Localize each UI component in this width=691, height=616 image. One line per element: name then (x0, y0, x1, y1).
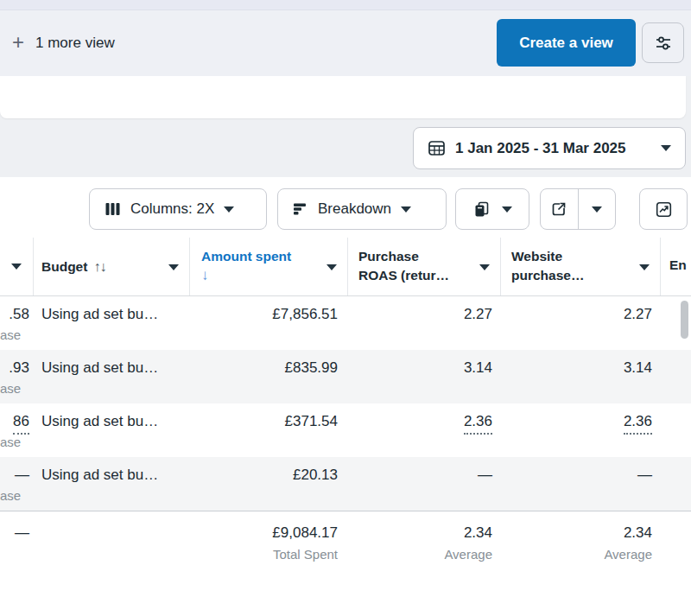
export-button[interactable] (541, 189, 578, 229)
cell-value: 2.34 (464, 523, 492, 543)
view-settings-button[interactable] (642, 22, 684, 63)
chevron-down-icon (224, 206, 234, 213)
date-range-button[interactable]: 1 Jan 2025 - 31 Mar 2025 (413, 127, 686, 169)
chevron-down-icon[interactable] (326, 264, 337, 270)
column-header-purchase-roas[interactable]: Purchase ROAS (retur… (348, 238, 501, 295)
calendar-icon (428, 139, 446, 157)
budget-cell: Using ad set bu… (34, 296, 190, 350)
amount-spent-header-label: Amount spent (201, 247, 347, 266)
sort-desc-icon: ↓ (201, 266, 347, 285)
export-icon (550, 200, 567, 218)
cell-subtext: ase (0, 488, 21, 503)
cell-subtext: Average (604, 546, 652, 563)
chevron-down-icon (11, 264, 22, 270)
chevron-down-icon[interactable] (168, 264, 179, 270)
column-header-ends[interactable]: En (661, 238, 691, 295)
more-views-label: 1 more view (35, 35, 115, 52)
chevron-down-icon[interactable] (479, 264, 490, 270)
export-split-button[interactable] (540, 188, 616, 230)
cell-value: — (478, 465, 492, 486)
cost-per-purchase-cell: .93 ase (0, 350, 34, 403)
toolbar-card (0, 76, 686, 118)
budget-header-label: Budget (41, 259, 87, 275)
cell-value: £9,084.17 (272, 523, 338, 543)
table-header-row: Budget ↑↓ Amount spent ↓ Purchase ROAS (… (0, 238, 691, 296)
website-purchase-header-line1: Website (511, 247, 634, 266)
table-row[interactable]: — ase Using ad set bu… £20.13 — — (0, 457, 691, 511)
breakdown-label: Breakdown (318, 200, 391, 218)
budget-cell: Using ad set bu… (34, 350, 190, 403)
cell-subtext: ase (0, 435, 21, 449)
plus-icon: + (12, 32, 24, 53)
purchase-roas-cell: 2.27 (348, 296, 501, 350)
sort-both-icon: ↑↓ (93, 259, 105, 275)
column-header-website-purchase[interactable]: Website purchase… (501, 238, 661, 295)
cell-value: .58 (9, 304, 29, 325)
table-panel: Columns: 2X Breakdown (0, 177, 691, 616)
cell-value[interactable]: 2.36 (624, 411, 652, 435)
website-purchase-cell: 3.14 (501, 350, 661, 403)
cell-value: 2.27 (464, 304, 492, 325)
breakdown-button[interactable]: Breakdown (277, 188, 447, 230)
cell-value: £7,856.51 (272, 304, 338, 325)
breakdown-icon (292, 201, 308, 217)
purchase-roas-header-line2: ROAS (retur… (358, 266, 474, 285)
top-strip (0, 0, 691, 10)
chevron-down-icon (661, 145, 671, 151)
cell-value[interactable]: 86 (13, 411, 29, 435)
cell-subtext: ase (0, 327, 21, 342)
amount-spent-cell: £371.54 (190, 403, 348, 457)
cell-value: — (15, 523, 29, 543)
ends-cell (661, 403, 691, 457)
purchase-roas-cell: 2.36 (348, 403, 501, 457)
cost-per-purchase-cell: .58 ase (0, 296, 34, 350)
cell-subtext: Total Spent (273, 546, 338, 563)
export-options-button[interactable] (578, 189, 615, 229)
vertical-scrollbar-thumb[interactable] (681, 301, 688, 339)
table-row[interactable]: 86 ase Using ad set bu… £371.54 2.36 2.3… (0, 403, 691, 457)
cell-value: Using ad set bu… (41, 411, 158, 432)
chevron-down-icon[interactable] (639, 264, 650, 270)
ends-cell (661, 350, 691, 403)
columns-icon (105, 201, 121, 217)
cell-value: 3.14 (624, 358, 652, 378)
table-row[interactable]: .58 ase Using ad set bu… £7,856.51 2.27 … (0, 296, 691, 350)
purchase-roas-cell: — (348, 457, 501, 511)
cell-value: Using ad set bu… (41, 304, 158, 325)
create-view-button[interactable]: Create a view (497, 19, 636, 67)
cell-subtext: Average (444, 546, 492, 563)
totals-ends-cell (661, 511, 691, 572)
ads-manager-screen: + 1 more view Create a view (0, 0, 691, 616)
columns-label: Columns: 2X (130, 200, 214, 218)
amount-spent-cell: £20.13 (190, 457, 348, 511)
views-bar: + 1 more view Create a view (0, 10, 691, 76)
column-header-partial[interactable] (0, 238, 34, 295)
column-header-amount-spent[interactable]: Amount spent ↓ (190, 238, 348, 295)
cell-value[interactable]: 2.36 (464, 411, 492, 435)
sliders-icon (654, 34, 673, 53)
totals-roas-cell: 2.34 Average (348, 511, 501, 572)
chevron-down-icon (592, 206, 602, 213)
cell-value: .93 (9, 358, 29, 378)
charts-button[interactable] (639, 188, 688, 230)
purchase-roas-cell: 3.14 (348, 350, 501, 403)
budget-cell: Using ad set bu… (34, 457, 190, 511)
table-row[interactable]: .93 ase Using ad set bu… £835.99 3.14 3.… (0, 350, 691, 403)
columns-button[interactable]: Columns: 2X (89, 188, 267, 230)
cell-value: £20.13 (293, 465, 338, 486)
column-header-budget[interactable]: Budget ↑↓ (34, 238, 190, 295)
amount-spent-cell: £835.99 (190, 350, 348, 403)
budget-cell: Using ad set bu… (34, 403, 190, 457)
cell-value: Using ad set bu… (41, 358, 158, 378)
ends-cell (661, 457, 691, 511)
table-totals-row: — £9,084.17 Total Spent 2.34 Average 2.3… (0, 511, 691, 572)
chevron-down-icon (401, 206, 411, 213)
purchase-roas-header-line1: Purchase (358, 247, 474, 266)
cell-value: Using ad set bu… (41, 465, 158, 486)
cost-per-purchase-cell: 86 ase (0, 403, 34, 457)
cell-subtext: ase (0, 381, 21, 396)
more-views-button[interactable]: + 1 more view (12, 10, 115, 76)
totals-amount-cell: £9,084.17 Total Spent (190, 511, 348, 572)
website-purchase-cell: — (501, 457, 661, 511)
reports-button[interactable] (455, 188, 529, 230)
